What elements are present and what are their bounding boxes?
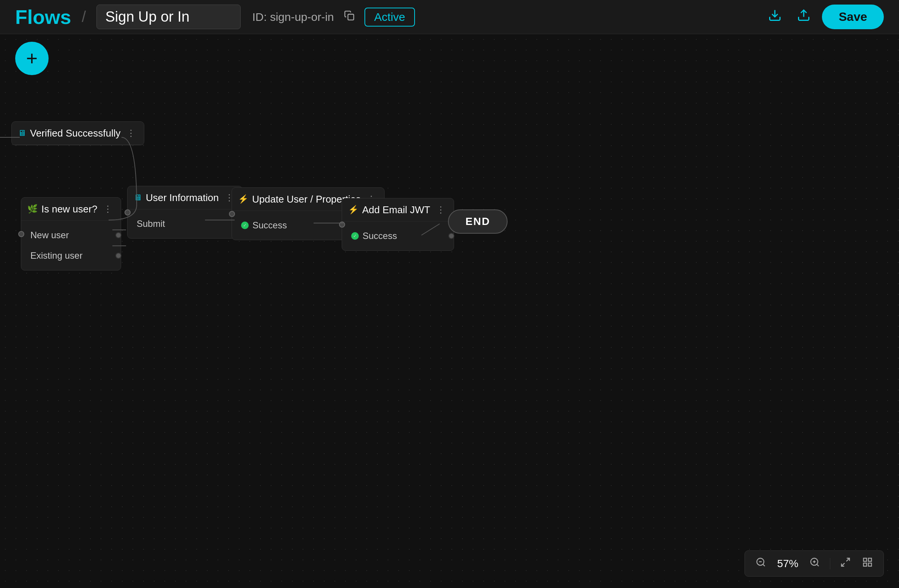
fit-view-button[interactable] — [837, 555, 854, 572]
is-new-user-node: 🌿 Is new user? ⋮ New user Existing user — [21, 197, 121, 270]
svg-rect-0 — [348, 14, 353, 20]
isnewuser-left-connector — [18, 231, 24, 237]
canvas: + 🖥 Verified Successfully ⋮ 🌿 Is new use… — [0, 34, 899, 588]
svg-rect-21 — [868, 563, 871, 566]
add-node-button[interactable]: + — [15, 42, 49, 75]
header: Flows / ID: sign-up-or-in Active Save — [0, 0, 899, 34]
svg-rect-18 — [864, 558, 867, 561]
isnewuser-node-title: Is new user? — [41, 203, 97, 215]
verified-node-header: 🖥 Verified Successfully ⋮ — [12, 122, 144, 145]
copy-id-button[interactable] — [342, 8, 357, 26]
updateuser-left-connector — [229, 211, 235, 217]
flows-label: Flows — [15, 6, 71, 28]
bolt-icon-2: ⚡ — [348, 205, 358, 215]
breadcrumb-slash: / — [82, 8, 86, 25]
upload-button[interactable] — [793, 6, 814, 28]
grid-view-button[interactable] — [859, 555, 876, 572]
new-user-label: New user — [30, 230, 69, 241]
plus-icon: + — [26, 47, 38, 70]
update-success-label: Success — [252, 220, 287, 231]
flow-name-input[interactable] — [96, 5, 241, 29]
screen-icon: 🖥 — [18, 128, 26, 138]
submit-label: Submit — [137, 219, 165, 229]
email-success-row[interactable]: ✓ Success — [345, 226, 451, 246]
zoom-in-button[interactable] — [806, 555, 823, 572]
verified-node-menu[interactable]: ⋮ — [124, 127, 138, 139]
flow-id-label: ID: sign-up-or-in — [252, 11, 334, 24]
addemail-node-menu[interactable]: ⋮ — [434, 204, 448, 216]
addemail-left-connector — [339, 222, 345, 228]
submit-row[interactable]: Submit — [131, 214, 239, 234]
addemail-node-title: Add Email JWT — [362, 204, 430, 216]
existing-user-label: Existing user — [30, 250, 82, 261]
add-email-jwt-node: ⚡ Add Email JWT ⋮ ✓ Success — [342, 198, 454, 251]
userinfo-left-connector — [125, 209, 131, 215]
end-node: END — [448, 209, 508, 234]
zoom-controls: 57% — [744, 550, 884, 577]
zoom-level: 57% — [774, 558, 801, 570]
existing-user-row[interactable]: Existing user — [24, 246, 118, 266]
connections-svg — [0, 34, 899, 588]
svg-line-17 — [842, 563, 845, 566]
existing-user-connector — [115, 253, 121, 259]
zoom-separator — [830, 558, 830, 569]
svg-line-13 — [817, 564, 819, 566]
userinfo-node-title: User Information — [146, 192, 219, 204]
verified-node-title: Verified Successfully — [30, 127, 120, 139]
svg-rect-19 — [868, 558, 871, 561]
new-user-connector — [115, 232, 121, 238]
zoom-out-button[interactable] — [752, 555, 769, 572]
verified-successfully-node: 🖥 Verified Successfully ⋮ — [11, 121, 144, 145]
branch-icon: 🌿 — [27, 204, 38, 214]
active-badge[interactable]: Active — [364, 8, 415, 27]
isnewuser-node-body: New user Existing user — [21, 221, 121, 270]
end-label: END — [465, 215, 490, 227]
success-dot-2: ✓ — [351, 232, 359, 240]
new-user-row[interactable]: New user — [24, 225, 118, 245]
svg-line-10 — [763, 564, 765, 566]
addemail-node-body: ✓ Success — [342, 222, 454, 250]
success-dot-1: ✓ — [241, 222, 249, 229]
userinfo-node-body: Submit — [128, 209, 242, 238]
download-button[interactable] — [764, 6, 785, 28]
userinfo-screen-icon: 🖥 — [134, 193, 142, 203]
svg-rect-20 — [864, 563, 867, 566]
svg-line-16 — [846, 558, 849, 561]
isnewuser-node-header: 🌿 Is new user? ⋮ — [21, 198, 121, 221]
bolt-icon-1: ⚡ — [238, 194, 248, 204]
addemail-node-header: ⚡ Add Email JWT ⋮ — [342, 198, 454, 222]
email-success-label: Success — [363, 231, 397, 241]
user-information-node: 🖥 User Information ⋮ Submit — [127, 186, 243, 239]
email-success-connector — [448, 233, 454, 239]
save-button[interactable]: Save — [822, 5, 884, 29]
userinfo-node-header: 🖥 User Information ⋮ — [128, 186, 242, 209]
isnewuser-node-menu[interactable]: ⋮ — [101, 203, 115, 215]
